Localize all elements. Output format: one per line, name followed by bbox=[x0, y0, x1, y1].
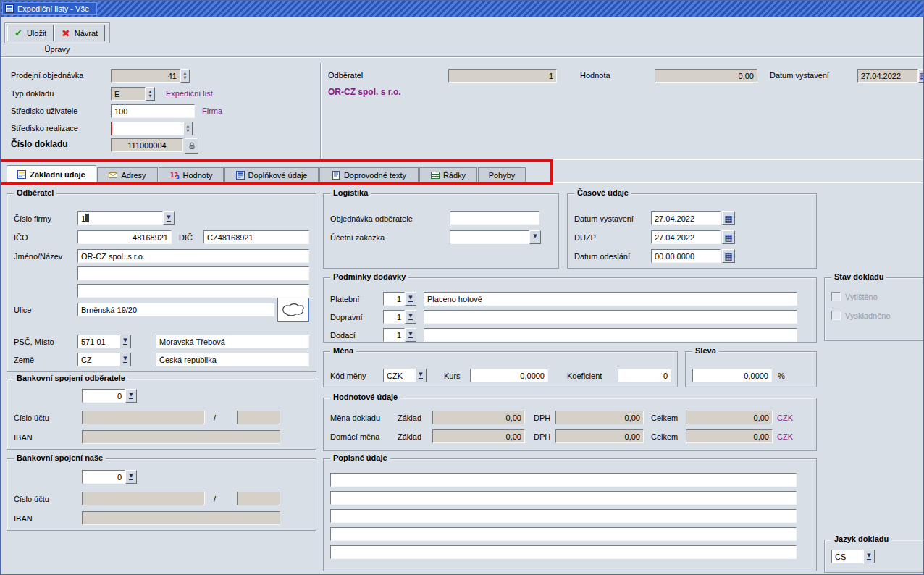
bank-ours-number-field[interactable]: 0 bbox=[82, 470, 125, 484]
base-label: Základ bbox=[398, 432, 421, 442]
delivery-terms-group-title: Podmínky dodávky bbox=[330, 272, 408, 282]
coefficient-field[interactable]: 0 bbox=[618, 369, 671, 382]
tab-hodnoty[interactable]: 12 3 Hodnoty bbox=[159, 167, 224, 182]
country-code-field[interactable]: CZ bbox=[77, 353, 119, 366]
descriptive-line1-field[interactable] bbox=[330, 473, 797, 487]
duzp-calendar-button[interactable]: ▦ bbox=[722, 230, 735, 244]
tab-doplnkove-udaje[interactable]: Doplňkové údaje bbox=[224, 167, 319, 182]
country-combo-button[interactable]: ▼ bbox=[119, 353, 131, 366]
transport-terms-code-field[interactable]: 1 bbox=[383, 310, 405, 324]
country-label: Země bbox=[14, 356, 34, 365]
issue-date-header-calendar-button[interactable]: ▦ bbox=[918, 69, 924, 83]
svg-text:3: 3 bbox=[176, 175, 180, 180]
discount-field[interactable]: 0,0000 bbox=[692, 369, 772, 382]
bank-customer-number-field[interactable]: 0 bbox=[82, 389, 125, 403]
customer-number-field: 1 bbox=[448, 69, 557, 83]
doc-currency-row-label: Měna dokladu bbox=[330, 414, 380, 423]
bank-ours-account-label: Číslo účtu bbox=[14, 495, 49, 504]
currency-combo-button[interactable]: ▼ bbox=[415, 369, 427, 382]
bank-customer-iban-field bbox=[82, 430, 280, 444]
back-cross-icon: ✖ bbox=[62, 28, 70, 39]
exchange-rate-field[interactable]: 0,0000 bbox=[470, 369, 548, 382]
customer-order-field[interactable] bbox=[450, 211, 539, 225]
lock-icon bbox=[188, 142, 196, 150]
country-name-field[interactable]: Česká republika bbox=[156, 353, 309, 366]
bank-ours-slash: / bbox=[214, 495, 216, 504]
dic-field[interactable]: CZ48168921 bbox=[203, 230, 309, 244]
doc-type-label: Typ dokladu bbox=[11, 89, 54, 98]
tab-pohyby[interactable]: Pohyby bbox=[478, 167, 526, 182]
ico-field[interactable]: 48168921 bbox=[77, 230, 172, 244]
payment-terms-desc-field[interactable]: Placeno hotově bbox=[424, 292, 797, 306]
doc-currency-total-field: 0,00 bbox=[686, 411, 773, 424]
transport-terms-combo-button[interactable]: ▼ bbox=[405, 310, 416, 324]
sent-date-calendar-button[interactable]: ▦ bbox=[722, 249, 735, 263]
delivery-terms-desc-field[interactable] bbox=[424, 328, 797, 342]
window-icon[interactable] bbox=[5, 4, 14, 13]
real-center-spinner[interactable]: ▲▼ bbox=[183, 122, 193, 135]
tab-label: Doplňkové údaje bbox=[248, 171, 308, 180]
payment-terms-code-field[interactable]: 1 bbox=[383, 292, 405, 306]
tab-zakladni-udaje[interactable]: Základní údaje bbox=[7, 165, 96, 182]
firm-number-field[interactable]: 1 bbox=[77, 211, 163, 225]
doc-currency-vat-field: 0,00 bbox=[555, 411, 644, 424]
accounting-contract-field[interactable] bbox=[450, 230, 529, 244]
payment-terms-combo-button[interactable]: ▼ bbox=[405, 292, 416, 306]
doc-language-combo-button[interactable]: ▼ bbox=[863, 550, 875, 563]
street-label: Ulice bbox=[14, 306, 31, 315]
numbers-icon: 12 3 bbox=[170, 171, 180, 180]
extra-data-icon bbox=[236, 171, 245, 180]
map-button[interactable] bbox=[277, 298, 309, 322]
exchange-rate-label: Kurs bbox=[444, 372, 461, 381]
duzp-field[interactable]: 27.04.2022 bbox=[651, 230, 721, 244]
doc-type-spinner: ▲▼ bbox=[146, 87, 155, 101]
tab-radky[interactable]: Řádky bbox=[419, 167, 477, 182]
home-currency-row-label: Domácí měna bbox=[330, 432, 379, 442]
zip-field[interactable]: 571 01 bbox=[77, 335, 119, 348]
issue-date-calendar-button[interactable]: ▦ bbox=[722, 211, 735, 225]
tab-adresy[interactable]: Adresy bbox=[97, 167, 158, 182]
sales-order-spinner: ▲▼ bbox=[180, 69, 190, 83]
descriptive-line3-field[interactable] bbox=[330, 509, 797, 523]
sales-order-label: Prodejní objednávka bbox=[11, 71, 83, 80]
name-line1-field[interactable]: OR-CZ spol. s r.o. bbox=[77, 249, 309, 263]
descriptive-line2-field[interactable] bbox=[330, 491, 797, 505]
accounting-contract-combo-button[interactable]: ▼ bbox=[529, 230, 541, 244]
tab-doprovodne-texty[interactable]: Doprovodné texty bbox=[319, 167, 419, 182]
bank-customer-combo-button[interactable]: ▼ bbox=[125, 389, 137, 403]
city-field[interactable]: Moravská Třebová bbox=[156, 335, 309, 348]
back-button[interactable]: ✖ Návrat bbox=[54, 25, 105, 41]
sent-date-field[interactable]: 00.00.0000 bbox=[651, 249, 721, 263]
accounting-contract-label: Účetní zakázka bbox=[330, 233, 385, 243]
rows-icon bbox=[431, 171, 440, 180]
name-line3-field[interactable] bbox=[77, 284, 309, 298]
issue-date-label: Datum vystavení bbox=[574, 214, 634, 224]
back-button-label: Návrat bbox=[75, 29, 98, 38]
issue-date-field[interactable]: 27.04.2022 bbox=[651, 211, 721, 225]
toolbar-divider bbox=[1, 56, 924, 58]
amount-field: 0,00 bbox=[655, 69, 757, 83]
bank-ours-group-title: Bankovní spojení naše bbox=[14, 453, 106, 463]
doc-language-field[interactable]: CS bbox=[831, 550, 863, 563]
transport-terms-desc-field[interactable] bbox=[424, 310, 797, 324]
firm-number-combo-button[interactable]: ▼ bbox=[163, 211, 175, 225]
customer-name: OR-CZ spol. s r.o. bbox=[328, 88, 401, 97]
descriptive-line5-field[interactable] bbox=[330, 545, 797, 559]
save-button[interactable]: ✔ Uložit bbox=[7, 25, 54, 41]
delivery-terms-label: Dodací bbox=[330, 331, 356, 340]
name-label: Jméno/Název bbox=[14, 252, 62, 261]
name-line2-field[interactable] bbox=[77, 266, 309, 280]
firm-number-label: Číslo firmy bbox=[14, 214, 51, 224]
currency-code-field[interactable]: CZK bbox=[383, 369, 415, 382]
bank-ours-combo-button[interactable]: ▼ bbox=[125, 470, 137, 484]
lock-button[interactable] bbox=[185, 138, 198, 154]
logistics-group-title: Logistika bbox=[330, 188, 371, 198]
delivery-terms-code-field[interactable]: 1 bbox=[383, 328, 405, 342]
descriptive-line4-field[interactable] bbox=[330, 527, 797, 541]
street-field[interactable]: Brněnská 19/20 bbox=[77, 303, 274, 316]
real-center-field[interactable] bbox=[111, 122, 183, 135]
app-window: Expediční listy - Vše ✔ Uložit ✖ Návrat … bbox=[0, 0, 924, 575]
user-center-field[interactable]: 100 bbox=[111, 104, 195, 118]
zip-combo-button[interactable]: ▼ bbox=[119, 335, 131, 348]
delivery-terms-combo-button[interactable]: ▼ bbox=[405, 328, 416, 342]
